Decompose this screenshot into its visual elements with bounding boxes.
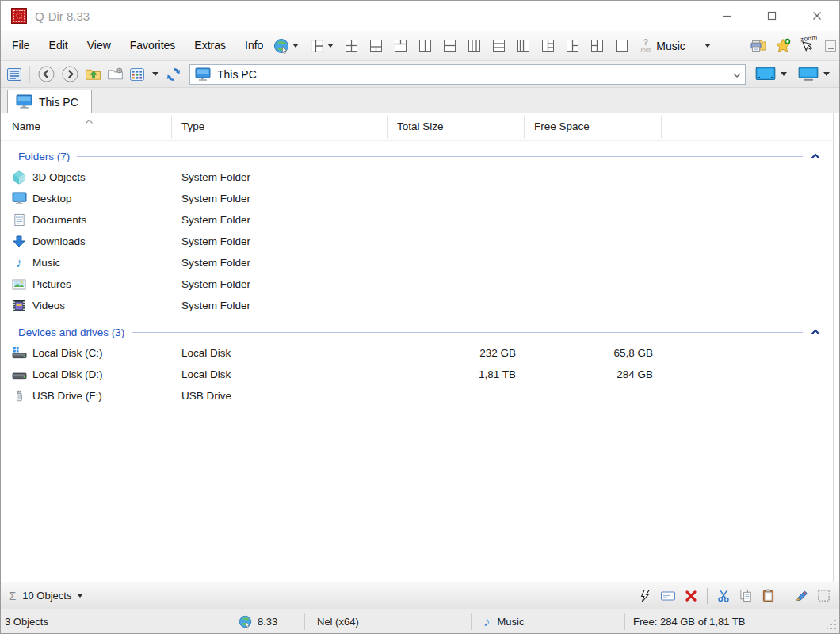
rename-icon[interactable] bbox=[659, 584, 677, 608]
screen-preset-1-button[interactable] bbox=[753, 65, 792, 84]
globe-icon[interactable] bbox=[273, 34, 290, 58]
list-item[interactable]: DesktopSystem Folder bbox=[1, 188, 833, 209]
address-combo[interactable]: This PC bbox=[189, 64, 746, 85]
column-header-name[interactable]: Name bbox=[12, 120, 40, 132]
column-header-type[interactable]: Type bbox=[181, 120, 204, 132]
group-collapse-chevron-icon[interactable] bbox=[811, 153, 820, 159]
layout-preset-11-icon[interactable] bbox=[590, 34, 605, 58]
screen-1-dropdown-chevron-icon[interactable] bbox=[781, 72, 787, 76]
flash-actions-icon[interactable] bbox=[639, 584, 652, 608]
details-view-icon[interactable] bbox=[6, 63, 23, 86]
menu-view[interactable]: View bbox=[78, 31, 120, 60]
cut-icon[interactable] bbox=[716, 584, 731, 608]
menu-extras[interactable]: Extras bbox=[185, 31, 235, 60]
forward-icon[interactable] bbox=[60, 63, 80, 86]
delete-icon[interactable] bbox=[684, 584, 698, 608]
screen-preset-2-button[interactable] bbox=[796, 65, 834, 84]
print-folder-icon[interactable] bbox=[750, 34, 767, 58]
edit-pencil-icon[interactable] bbox=[794, 584, 809, 608]
group-label[interactable]: Folders (7) bbox=[18, 151, 70, 162]
layout-preset-9-icon[interactable] bbox=[540, 34, 556, 58]
group-collapse-chevron-icon[interactable] bbox=[811, 329, 820, 335]
sum-sigma-icon: Σ bbox=[9, 589, 16, 602]
layout-preset-7-icon[interactable] bbox=[491, 34, 506, 58]
screen-2-dropdown-chevron-icon[interactable] bbox=[823, 72, 830, 76]
list-item[interactable]: ♪MusicSystem Folder bbox=[1, 252, 833, 273]
videos-icon bbox=[11, 299, 27, 313]
item-type: System Folder bbox=[171, 171, 387, 183]
favorites-dropdown-chevron-icon[interactable] bbox=[704, 44, 711, 48]
qdir-logo-icon bbox=[11, 8, 27, 24]
inet-icon[interactable]: ? inet bbox=[640, 38, 651, 53]
list-item[interactable]: DownloadsSystem Folder bbox=[1, 231, 833, 252]
menu-file[interactable]: File bbox=[2, 31, 40, 60]
column-separator[interactable] bbox=[661, 116, 662, 138]
layout-preset-2-icon[interactable] bbox=[368, 34, 384, 58]
maximize-button[interactable] bbox=[749, 1, 794, 31]
refresh-icon[interactable] bbox=[165, 63, 182, 86]
new-folder-icon[interactable] bbox=[106, 63, 124, 86]
layout-dropdown-chevron-icon[interactable] bbox=[327, 44, 334, 48]
layout-main-icon[interactable] bbox=[309, 34, 325, 58]
list-item[interactable]: Local Disk (D:)Local Disk1,81 TB284 GB bbox=[1, 364, 833, 385]
list-item[interactable]: USB Drive (F:)USB Drive bbox=[1, 385, 833, 407]
copy-icon[interactable] bbox=[739, 584, 754, 608]
layout-preset-12-icon[interactable] bbox=[614, 34, 629, 58]
layout-preset-10-icon[interactable] bbox=[565, 34, 580, 58]
column-separator[interactable] bbox=[171, 116, 172, 138]
objects-count-label[interactable]: 10 Objects bbox=[22, 590, 71, 602]
globe-dropdown-chevron-icon[interactable] bbox=[292, 44, 299, 48]
menu-info[interactable]: Info bbox=[235, 31, 273, 60]
menu-edit[interactable]: Edit bbox=[40, 31, 78, 60]
column-header-total-size[interactable]: Total Size bbox=[397, 120, 444, 132]
select-box-icon[interactable] bbox=[816, 584, 831, 608]
favorite-folder-label[interactable]: Music bbox=[656, 40, 685, 52]
item-name-cell: Documents bbox=[1, 213, 171, 227]
downloads-icon bbox=[11, 235, 27, 249]
minimize-button[interactable] bbox=[704, 1, 749, 31]
item-type: System Folder bbox=[171, 193, 387, 204]
list-item[interactable]: 3D ObjectsSystem Folder bbox=[1, 166, 833, 188]
zoom-pointer-icon[interactable]: zoom bbox=[799, 36, 818, 56]
list-item[interactable]: VideosSystem Folder bbox=[1, 295, 833, 316]
group-divider-line bbox=[132, 332, 803, 333]
item-type: System Folder bbox=[171, 300, 387, 311]
layout-preset-3-icon[interactable] bbox=[393, 34, 408, 58]
menu-favorites[interactable]: Favorites bbox=[120, 31, 185, 60]
layout-preset-8-icon[interactable] bbox=[516, 34, 531, 58]
column-header-free-space[interactable]: Free Space bbox=[534, 120, 590, 132]
list-item[interactable]: PicturesSystem Folder bbox=[1, 273, 833, 295]
list-item[interactable]: DocumentsSystem Folder bbox=[1, 209, 833, 231]
menubar: File Edit View Favorites Extras Info ? i… bbox=[1, 31, 839, 61]
documents-icon bbox=[11, 213, 27, 227]
view-mode-dropdown-chevron-icon[interactable] bbox=[152, 72, 158, 76]
objects-dropdown-chevron-icon[interactable] bbox=[77, 594, 83, 598]
paste-icon[interactable] bbox=[761, 584, 776, 608]
item-name: Music bbox=[32, 257, 60, 269]
resize-grip[interactable] bbox=[827, 620, 838, 633]
item-name-cell: Pictures bbox=[1, 277, 171, 292]
folder-up-icon[interactable] bbox=[84, 63, 102, 86]
minimized-pane-icon[interactable] bbox=[825, 40, 836, 52]
address-dropdown-chevron-icon[interactable] bbox=[732, 67, 742, 82]
back-icon[interactable] bbox=[36, 63, 56, 86]
add-favorite-star-icon[interactable] bbox=[774, 34, 792, 58]
close-button[interactable] bbox=[794, 1, 839, 31]
toolbar-separator bbox=[707, 588, 708, 604]
layout-preset-1-icon[interactable] bbox=[344, 34, 359, 58]
list-item[interactable]: Local Disk (C:)Local Disk232 GB65,8 GB bbox=[1, 342, 833, 364]
item-name: Desktop bbox=[32, 193, 72, 204]
status-favorite: ♪ Music bbox=[472, 609, 624, 633]
layout-preset-5-icon[interactable] bbox=[442, 34, 457, 58]
item-name: Videos bbox=[32, 300, 65, 311]
music-icon: ♪ bbox=[11, 256, 27, 269]
column-separator[interactable] bbox=[387, 116, 388, 138]
column-separator[interactable] bbox=[524, 116, 525, 138]
layout-preset-6-icon[interactable] bbox=[467, 34, 482, 58]
view-mode-icon[interactable] bbox=[128, 63, 146, 86]
item-total-size: 232 GB bbox=[387, 347, 524, 359]
tab-this-pc[interactable]: This PC bbox=[7, 90, 92, 113]
group-label[interactable]: Devices and drives (3) bbox=[18, 327, 124, 338]
usb-drive-icon bbox=[11, 389, 27, 403]
layout-preset-4-icon[interactable] bbox=[418, 34, 433, 58]
